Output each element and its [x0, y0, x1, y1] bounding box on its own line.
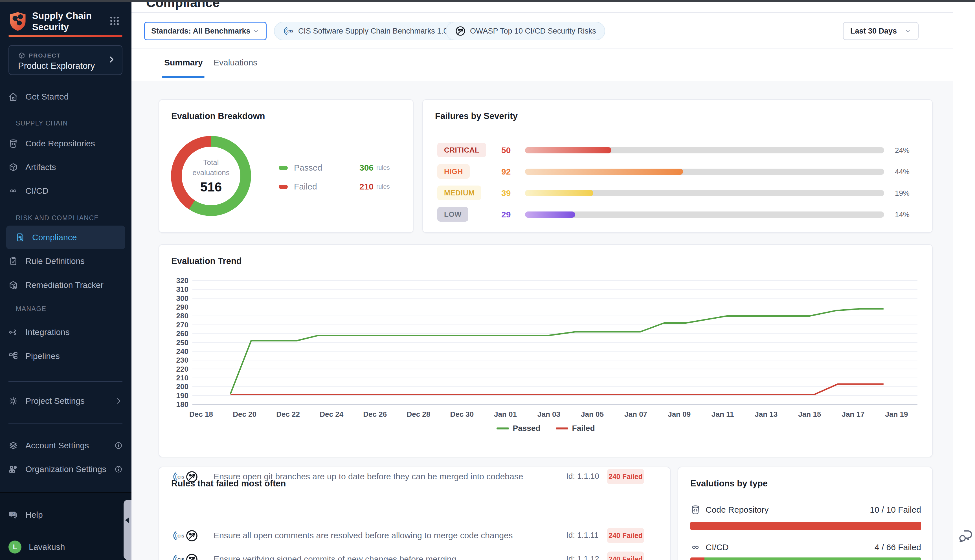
sidebar-item-rule-definitions[interactable]: Rule Definitions — [8, 252, 122, 270]
app-logo-row: Supply Chain Security — [8, 10, 122, 33]
rule-id: Id: 1.1.12 — [566, 554, 599, 560]
sidebar-item-label: Code Repositories — [25, 139, 95, 148]
svg-text:Dec 20: Dec 20 — [233, 410, 256, 418]
svg-text:270: 270 — [176, 321, 189, 329]
chevron-down-icon — [252, 27, 260, 35]
failed-count-badge: 240 Failed — [607, 528, 644, 543]
tab-summary[interactable]: Summary — [164, 58, 203, 73]
project-selector[interactable]: PROJECT Product Exploratory — [8, 45, 122, 75]
svg-text:230: 230 — [176, 356, 189, 364]
severity-row-critical: CRITICAL 50 24% — [423, 142, 932, 159]
sidebar-footer: ? Help L Lavakush — [0, 492, 132, 560]
owasp-logo-icon — [455, 25, 466, 37]
severity-row-high: HIGH 92 44% — [423, 163, 932, 180]
section-label-manage: MANAGE — [16, 305, 47, 313]
chat-support-icon[interactable] — [958, 528, 973, 543]
cis-logo-icon: CIS — [172, 553, 185, 560]
chip-label: CIS Software Supply Chain Benchmarks 1.0 — [298, 27, 448, 35]
trend-legend-passed: Passed — [496, 424, 541, 433]
sidebar-item-get-started[interactable]: Get Started — [8, 88, 122, 105]
rule-row[interactable]: CIS Ensure verifying signed commits of n… — [159, 550, 670, 560]
total-evaluations-value: 516 — [200, 179, 222, 195]
code-repository-icon — [8, 139, 18, 148]
svg-text:240: 240 — [176, 347, 189, 355]
sidebar-item-label: Account Settings — [25, 441, 89, 450]
chip-owasp-top10[interactable]: OWASP Top 10 CI/CD Security Risks — [446, 22, 605, 40]
svg-text:180: 180 — [176, 400, 189, 408]
sidebar-item-remediation-tracker[interactable]: Remediation Tracker — [8, 276, 122, 294]
chip-label: OWASP Top 10 CI/CD Security Risks — [470, 27, 596, 35]
rule-row[interactable]: CIS Ensure open git branches are up to d… — [159, 467, 670, 487]
date-range-dropdown[interactable]: Last 30 Days — [843, 22, 918, 40]
type-label: CI/CD — [706, 543, 729, 552]
project-label: PROJECT — [29, 52, 61, 59]
severity-bar-track — [525, 212, 884, 218]
rule-description: Ensure verifying signed commits of new c… — [214, 554, 456, 560]
sidebar-collapse-handle[interactable] — [124, 500, 132, 560]
svg-text:Dec 30: Dec 30 — [450, 410, 474, 418]
trend-legend: Passed Failed — [159, 424, 932, 433]
legend-label: Failed — [294, 182, 339, 192]
svg-text:Jan 01: Jan 01 — [494, 410, 517, 418]
sidebar-item-pipelines[interactable]: Pipelines — [8, 347, 122, 365]
sidebar-item-integrations[interactable]: Integrations — [8, 323, 122, 341]
svg-text:Jan 09: Jan 09 — [668, 410, 691, 418]
chevron-right-icon — [107, 55, 116, 64]
breakdown-donut-center: Total evaluations 516 — [182, 147, 240, 205]
type-status: 10 / 10 Failed — [870, 505, 921, 515]
owasp-logo-icon — [185, 470, 199, 483]
layers-gear-icon — [8, 441, 18, 450]
tab-evaluations[interactable]: Evaluations — [214, 58, 257, 73]
sidebar-item-label: Artifacts — [25, 162, 56, 172]
sidebar-item-label: Compliance — [32, 233, 77, 242]
infinity-icon — [690, 542, 701, 552]
severity-bar-track — [525, 168, 884, 175]
severity-badge: HIGH — [437, 164, 470, 179]
legend-row-passed: Passed 306 rules — [279, 163, 390, 173]
owasp-logo-icon — [185, 529, 199, 543]
sidebar-item-label: Rule Definitions — [25, 256, 85, 266]
svg-text:Jan 07: Jan 07 — [624, 410, 647, 418]
cis-logo-icon: CIS — [172, 529, 185, 543]
severity-bar-fill — [525, 168, 683, 175]
info-icon[interactable] — [115, 442, 122, 450]
severity-badge: LOW — [437, 207, 468, 222]
user-name: Lavakush — [29, 542, 65, 552]
sidebar-item-code-repositories[interactable]: Code Repositories — [8, 135, 122, 152]
card-title: Failures by Severity — [435, 111, 518, 121]
clipboard-check-icon — [8, 256, 18, 266]
sidebar-item-cicd[interactable]: CI/CD — [8, 182, 122, 200]
svg-text:Jan 11: Jan 11 — [711, 410, 734, 418]
sidebar-item-organization-settings[interactable]: Organization Settings — [8, 460, 122, 478]
sidebar-user[interactable]: L Lavakush — [8, 538, 122, 556]
project-name: Product Exploratory — [18, 61, 95, 71]
chip-cis-benchmark[interactable]: CIS CIS Software Supply Chain Benchmarks… — [274, 22, 457, 40]
sidebar-item-project-settings[interactable]: Project Settings — [8, 392, 122, 410]
card-title: Evalutions by type — [690, 478, 768, 489]
info-icon[interactable] — [115, 465, 122, 473]
standards-filter-dropdown[interactable]: Standards: All Benchmarks — [144, 22, 267, 40]
svg-text:210: 210 — [176, 373, 189, 382]
sidebar-item-artifacts[interactable]: Artifacts — [8, 158, 122, 176]
gear-icon — [8, 396, 18, 406]
type-bar-cicd — [690, 557, 921, 560]
svg-text:290: 290 — [176, 303, 189, 311]
svg-text:Dec 18: Dec 18 — [189, 410, 213, 418]
failed-count-badge: 240 Failed — [607, 552, 644, 560]
svg-text:280: 280 — [176, 312, 189, 320]
integrations-icon — [8, 327, 18, 337]
sidebar-item-compliance[interactable]: Compliance — [6, 226, 125, 249]
card-title: Evaluation Breakdown — [171, 111, 265, 121]
sidebar-item-label: Integrations — [25, 327, 70, 337]
app-grid-icon[interactable] — [109, 15, 120, 27]
sidebar-divider — [8, 423, 122, 423]
svg-text:Dec 24: Dec 24 — [320, 410, 343, 418]
owasp-logo-icon — [185, 553, 199, 560]
rule-row[interactable]: CIS Ensure all open comments are resolve… — [159, 526, 670, 546]
compliance-dashboard: Supply Chain Security PROJECT Prod — [0, 0, 975, 560]
sidebar-item-account-settings[interactable]: Account Settings — [8, 437, 122, 454]
svg-text:220: 220 — [176, 365, 189, 373]
severity-bar-track — [525, 190, 884, 196]
sidebar-item-help[interactable]: ? Help — [8, 506, 122, 523]
legend-unit: rules — [376, 183, 390, 190]
